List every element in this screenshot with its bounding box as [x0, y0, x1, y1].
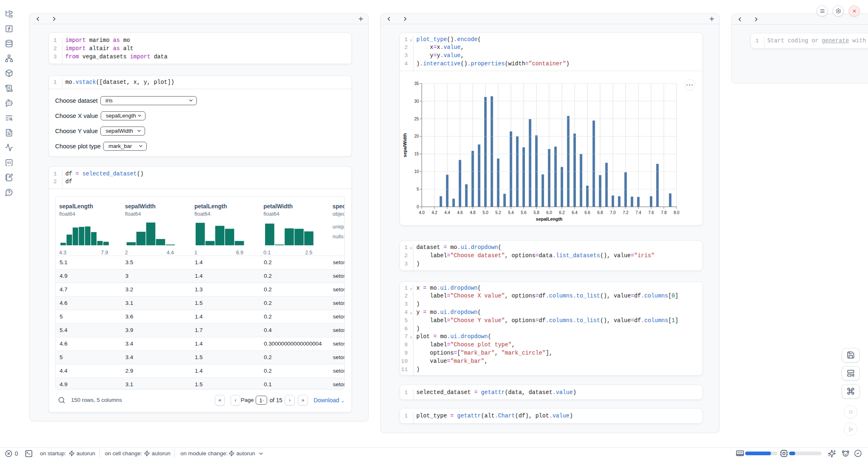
svg-text:4.2: 4.2: [432, 210, 437, 215]
svg-text:5: 5: [417, 187, 419, 191]
svg-text:0: 0: [417, 205, 419, 209]
svg-text:6.2: 6.2: [559, 210, 565, 215]
svg-text:5.4: 5.4: [508, 210, 514, 215]
svg-text:20: 20: [414, 134, 419, 138]
svg-text:7.2: 7.2: [623, 210, 628, 215]
svg-text:10: 10: [414, 169, 419, 174]
svg-text:6.6: 6.6: [584, 210, 590, 215]
svg-text:6.0: 6.0: [546, 210, 552, 215]
svg-text:4.6: 4.6: [457, 210, 463, 215]
svg-text:6.8: 6.8: [597, 210, 603, 215]
svg-text:7.4: 7.4: [635, 210, 641, 215]
svg-text:15: 15: [414, 152, 419, 156]
svg-text:35: 35: [414, 81, 419, 86]
svg-text:5.0: 5.0: [482, 210, 488, 215]
svg-text:7.8: 7.8: [661, 210, 667, 215]
svg-text:4.8: 4.8: [470, 210, 476, 215]
svg-text:25: 25: [414, 117, 419, 121]
svg-text:sepalLength: sepalLength: [536, 217, 563, 221]
svg-text:sepalWidth: sepalWidth: [402, 133, 407, 157]
svg-text:4.0: 4.0: [419, 210, 425, 215]
svg-text:5.6: 5.6: [521, 210, 526, 215]
svg-text:7.0: 7.0: [610, 210, 616, 215]
svg-text:6.4: 6.4: [572, 210, 577, 215]
svg-text:5.8: 5.8: [533, 210, 539, 215]
svg-text:5.2: 5.2: [495, 210, 501, 215]
svg-text:7.6: 7.6: [648, 210, 654, 215]
svg-text:30: 30: [414, 99, 419, 104]
svg-text:8.0: 8.0: [674, 210, 679, 215]
svg-text:4.4: 4.4: [444, 210, 450, 215]
